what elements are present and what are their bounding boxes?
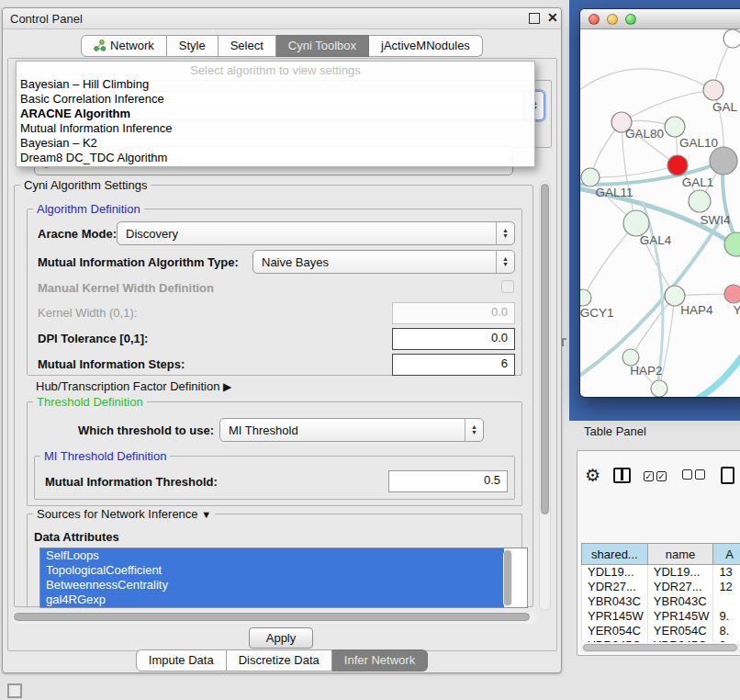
network-edge[interactable] <box>622 90 713 122</box>
table-horizontal-scrollbar[interactable] <box>581 644 740 652</box>
zoom-traffic-light-icon[interactable] <box>625 14 636 25</box>
table-cell[interactable]: YPR145W <box>647 609 713 624</box>
dropdown-item[interactable]: Mutual Information Inference <box>17 121 534 136</box>
tab-infer-network[interactable]: Infer Network <box>332 649 428 672</box>
network-node-gal[interactable] <box>703 80 723 100</box>
data-attribute-item[interactable]: TopologicalCoefficient <box>40 563 504 578</box>
tab-cyni-toolbox[interactable]: Cyni Toolbox <box>276 35 369 57</box>
network-node[interactable] <box>710 147 737 175</box>
table-row[interactable]: YDR27...YDR27...12 <box>582 580 740 594</box>
close-icon[interactable]: ✕ <box>547 10 558 25</box>
table-cell[interactable]: YDR27... <box>582 580 648 594</box>
settings-horizontal-scrollbar-thumb[interactable] <box>14 613 530 621</box>
network-node-gal1[interactable] <box>667 155 688 175</box>
network-edge[interactable] <box>590 165 678 177</box>
minimize-traffic-light-icon[interactable] <box>607 14 618 25</box>
unchecked-boxes-icon[interactable] <box>682 469 708 482</box>
close-traffic-light-icon[interactable] <box>589 14 600 25</box>
settings-vertical-scrollbar[interactable] <box>539 181 551 611</box>
data-attributes-list[interactable]: SelfLoopsTopologicalCoefficientBetweenne… <box>39 548 528 608</box>
dropdown-item[interactable]: ARACNE Algorithm <box>17 107 534 121</box>
apply-button[interactable]: Apply <box>249 627 313 649</box>
tab-select[interactable]: Select <box>219 35 276 57</box>
table-row[interactable]: YDL19...YDL19...13 <box>582 565 740 580</box>
table-cell[interactable]: YBR045C <box>582 638 648 643</box>
table-cell[interactable]: YBR043C <box>647 594 713 609</box>
table-cell[interactable]: YER054C <box>647 624 713 638</box>
table-cell[interactable]: YBR043C <box>582 594 648 609</box>
expander-arrow-icon[interactable]: ▶ <box>223 380 231 393</box>
aracne-mode-combobox[interactable]: Discovery ▲▼ <box>117 221 515 245</box>
network-edge[interactable] <box>583 223 636 298</box>
table-cell[interactable]: YPR145W <box>582 609 648 624</box>
table-cell[interactable] <box>713 594 740 609</box>
network-node[interactable] <box>723 29 740 48</box>
dropdown-item[interactable]: Basic Correlation Inference <box>17 92 534 107</box>
manual-kernel-width-checkbox[interactable] <box>501 280 514 293</box>
table-cell[interactable]: YDR27... <box>647 580 713 594</box>
dropdown-item[interactable]: Bayesian – Hill Climbing <box>17 77 534 92</box>
network-node-gal11[interactable] <box>581 168 600 186</box>
column-header-name[interactable]: name <box>647 544 713 565</box>
list-scrollbar-thumb[interactable] <box>504 550 511 605</box>
float-window-icon[interactable] <box>529 13 540 24</box>
dropdown-item[interactable]: Bayesian – K2 <box>17 136 534 151</box>
tab-jactivemnodules[interactable]: jActiveMNodules <box>369 35 483 57</box>
settings-horizontal-scrollbar[interactable] <box>12 612 537 624</box>
tab-network[interactable]: Network <box>81 35 167 57</box>
mi-steps-field[interactable]: 6 <box>392 354 515 376</box>
network-edge[interactable] <box>698 351 740 397</box>
table-cell[interactable]: YDL19... <box>647 565 713 580</box>
combo-stepper-icon[interactable]: ▲▼ <box>496 251 514 273</box>
table-cell[interactable]: 9. <box>713 609 740 624</box>
list-scrollbar[interactable] <box>503 550 512 607</box>
network-node[interactable] <box>651 380 667 397</box>
attribute-table[interactable]: shared...nameA YDL19...YDL19...13YDR27..… <box>581 543 740 642</box>
tab-impute-data[interactable]: Impute Data <box>136 649 227 672</box>
network-node-gal10[interactable] <box>665 117 685 137</box>
network-node[interactable] <box>689 190 711 212</box>
network-node-gal4[interactable] <box>623 210 649 236</box>
table-row[interactable]: YER054CYER054C8. <box>582 624 740 638</box>
network-node-swi4[interactable] <box>724 232 740 256</box>
table-cell[interactable]: 12 <box>713 580 740 594</box>
network-graph[interactable]: GALGAL80GAL10GAL1GAL11SWI4GAL4GCY1HAP4YH… <box>580 29 740 397</box>
table-cell[interactable]: YER054C <box>582 624 648 638</box>
table-cell[interactable]: 13 <box>713 565 740 580</box>
data-attribute-item[interactable]: SelfLoops <box>40 548 504 563</box>
hub-definition-expander[interactable]: Hub/Transcription Factor Definition ▶ <box>36 379 231 393</box>
data-attribute-item[interactable]: gal4RGexp <box>40 593 504 607</box>
tab-style[interactable]: Style <box>167 35 219 57</box>
collapse-arrow-icon[interactable]: ▼ <box>201 509 211 520</box>
new-file-icon[interactable] <box>721 467 734 484</box>
network-window-titlebar[interactable] <box>580 9 740 29</box>
settings-vertical-scrollbar-thumb[interactable] <box>541 184 549 514</box>
combo-stepper-icon[interactable]: ▲▼ <box>465 419 483 441</box>
table-cell[interactable]: 9. <box>713 638 740 643</box>
table-cell[interactable]: 8. <box>713 624 740 638</box>
table-cell[interactable]: YBR045C <box>647 638 713 643</box>
network-node-gcy1[interactable] <box>580 289 591 306</box>
dropdown-item[interactable]: Dream8 DC_TDC Algorithm <box>17 151 534 165</box>
dpi-tolerance-field[interactable]: 0.0 <box>392 328 515 350</box>
network-node-y[interactable] <box>724 285 740 303</box>
data-attribute-item[interactable]: BetweennessCentrality <box>40 578 504 593</box>
column-header-a[interactable]: A <box>713 544 740 565</box>
kernel-width-field[interactable]: 0.0 <box>392 302 515 324</box>
cytopanel-dock-icon[interactable] <box>7 683 22 698</box>
table-row[interactable]: YPR145WYPR145W9. <box>582 609 740 624</box>
table-row[interactable]: YBR045CYBR045C9. <box>582 638 740 643</box>
table-horizontal-scrollbar-thumb[interactable] <box>583 644 737 651</box>
column-header-shared-[interactable]: shared... <box>582 544 648 565</box>
tab-discretize-data[interactable]: Discretize Data <box>227 649 332 672</box>
panel-divider-handle[interactable] <box>562 338 566 346</box>
network-canvas[interactable]: GALGAL80GAL10GAL1GAL11SWI4GAL4GCY1HAP4YH… <box>580 29 740 397</box>
combo-stepper-icon[interactable]: ▲▼ <box>496 222 514 244</box>
table-cell[interactable]: YDL19... <box>582 565 648 580</box>
network-edge[interactable] <box>580 224 718 380</box>
mi-algorithm-type-combobox[interactable]: Naive Bayes ▲▼ <box>252 250 515 274</box>
which-threshold-combobox[interactable]: MI Threshold ▲▼ <box>219 418 484 442</box>
gear-icon[interactable]: ⚙ <box>585 467 600 484</box>
table-row[interactable]: YBR043CYBR043C <box>582 594 740 609</box>
checked-boxes-icon[interactable]: ✓✓ <box>644 469 669 482</box>
